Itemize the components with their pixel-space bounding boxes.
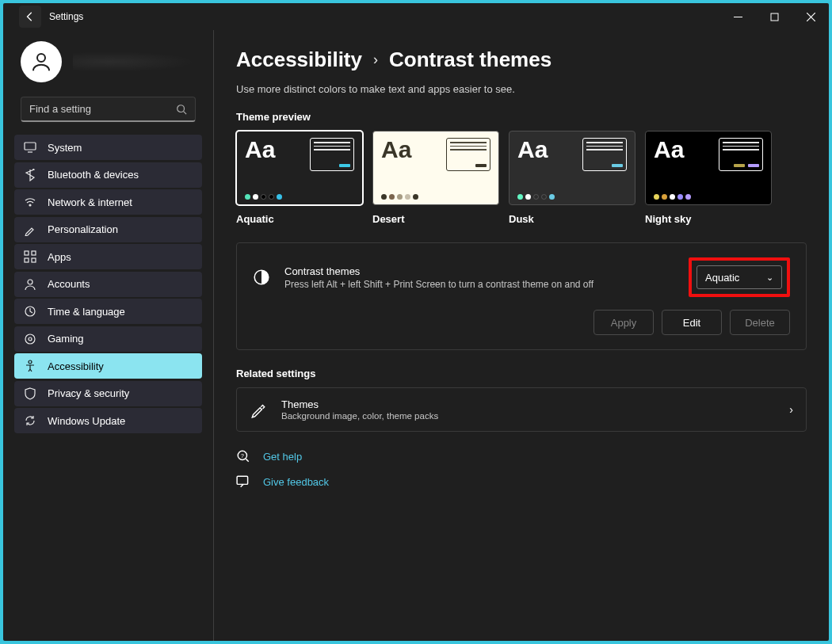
give-feedback-link[interactable]: Give feedback — [236, 474, 807, 489]
sidebar-item-system[interactable]: System — [14, 135, 202, 160]
mini-window-icon — [310, 138, 354, 171]
sidebar-nav: System Bluetooth & devices Network & int… — [3, 131, 213, 433]
themes-link-card[interactable]: Themes Background image, color, theme pa… — [236, 387, 807, 432]
feedback-icon — [236, 474, 250, 489]
maximize-button[interactable] — [756, 3, 792, 30]
back-button[interactable] — [19, 6, 41, 28]
theme-preview-label: Theme preview — [236, 111, 807, 123]
sidebar-item-time[interactable]: Time & language — [14, 299, 202, 324]
sidebar-item-label: Personalization — [48, 223, 118, 235]
delete-button[interactable]: Delete — [730, 310, 790, 335]
svg-rect-13 — [32, 258, 36, 262]
svg-point-16 — [25, 334, 35, 344]
monitor-icon — [24, 141, 36, 154]
sidebar-item-update[interactable]: Windows Update — [14, 408, 202, 433]
svg-rect-12 — [25, 258, 29, 262]
sidebar-item-label: Network & internet — [48, 196, 132, 208]
brush-icon — [24, 223, 36, 236]
preview-text-sample: Aa — [654, 138, 684, 162]
theme-preview-night-sky[interactable]: Aa Night sky — [645, 131, 772, 225]
svg-point-17 — [29, 337, 32, 341]
help-icon: ? — [236, 449, 250, 463]
theme-preview-list: Aa Aquatic Aa Desert — [236, 131, 807, 225]
related-settings-label: Related settings — [236, 368, 807, 379]
titlebar: Settings — [3, 3, 829, 30]
chevron-down-icon: ⌄ — [766, 272, 773, 283]
profile-section[interactable] — [3, 36, 213, 90]
color-dots — [381, 194, 490, 200]
svg-point-18 — [29, 360, 32, 364]
color-dots — [517, 194, 627, 200]
svg-text:?: ? — [241, 453, 244, 459]
sidebar-item-label: Privacy & security — [48, 387, 129, 399]
edit-button[interactable]: Edit — [662, 310, 722, 335]
svg-point-5 — [177, 105, 185, 112]
sidebar-item-label: Bluetooth & devices — [48, 169, 139, 181]
theme-preview-desert[interactable]: Aa Desert — [372, 131, 499, 225]
svg-point-4 — [37, 54, 45, 62]
svg-rect-7 — [25, 143, 36, 150]
breadcrumb-parent[interactable]: Accessibility — [236, 48, 362, 72]
sidebar-item-label: System — [48, 142, 82, 154]
person-icon — [24, 278, 36, 291]
theme-preview-aquatic[interactable]: Aa Aquatic — [236, 131, 363, 225]
theme-name-label: Dusk — [509, 213, 635, 225]
page-subtitle: Use more distinct colors to make text an… — [236, 83, 807, 95]
wifi-icon — [24, 196, 36, 208]
get-help-link[interactable]: ? Get help — [236, 449, 807, 463]
minimize-button[interactable] — [719, 3, 756, 30]
contrast-theme-dropdown[interactable]: Aquatic ⌄ — [697, 265, 782, 289]
sidebar-item-label: Windows Update — [48, 415, 125, 427]
profile-name-redacted — [73, 51, 196, 72]
color-dots — [245, 194, 354, 200]
contrast-description: Press left Alt + left Shift + Print Scre… — [284, 279, 593, 290]
svg-rect-11 — [32, 251, 36, 255]
search-icon — [176, 104, 187, 115]
svg-line-6 — [184, 111, 187, 114]
update-icon — [24, 414, 36, 427]
sidebar-item-personalization[interactable]: Personalization — [14, 217, 202, 242]
shield-icon — [24, 387, 36, 400]
settings-window: Settings Find a setti — [3, 3, 829, 641]
preview-text-sample: Aa — [245, 138, 275, 162]
sidebar-item-gaming[interactable]: Gaming — [14, 326, 202, 352]
search-input[interactable]: Find a setting — [21, 97, 196, 122]
close-button[interactable] — [792, 3, 829, 30]
sidebar-item-privacy[interactable]: Privacy & security — [14, 381, 202, 406]
sidebar-item-apps[interactable]: Apps — [14, 244, 202, 269]
svg-rect-10 — [25, 251, 29, 255]
sidebar-item-label: Accounts — [48, 278, 90, 290]
sidebar-item-label: Gaming — [48, 333, 84, 345]
theme-preview-dusk[interactable]: Aa Dusk — [509, 131, 635, 225]
sidebar-item-label: Apps — [48, 251, 71, 263]
app-title: Settings — [49, 11, 83, 22]
mini-window-icon — [446, 138, 490, 171]
sidebar-item-bluetooth[interactable]: Bluetooth & devices — [14, 162, 202, 188]
preview-text-sample: Aa — [381, 138, 411, 162]
dropdown-value: Aquatic — [705, 272, 739, 284]
mini-window-icon — [582, 138, 627, 171]
bluetooth-icon — [24, 169, 36, 181]
svg-point-9 — [29, 204, 31, 206]
theme-name-label: Aquatic — [236, 213, 363, 225]
sidebar: Find a setting System Bluetooth & device… — [3, 30, 214, 641]
sidebar-item-accounts[interactable]: Accounts — [14, 272, 202, 297]
page-title: Contrast themes — [389, 48, 551, 72]
sidebar-item-network[interactable]: Network & internet — [14, 189, 202, 215]
apply-button[interactable]: Apply — [593, 310, 654, 335]
contrast-themes-card: Contrast themes Press left Alt + left Sh… — [236, 242, 807, 350]
gamepad-icon — [24, 333, 36, 345]
preview-text-sample: Aa — [517, 138, 548, 162]
themes-link-description: Background image, color, theme packs — [281, 411, 438, 421]
sidebar-item-accessibility[interactable]: Accessibility — [14, 353, 202, 379]
breadcrumb: Accessibility › Contrast themes — [236, 48, 807, 72]
theme-name-label: Night sky — [645, 213, 772, 225]
svg-rect-23 — [237, 476, 248, 484]
apps-icon — [24, 250, 36, 263]
chevron-right-icon: › — [789, 403, 793, 416]
brush-icon — [250, 401, 267, 418]
avatar — [21, 41, 62, 82]
clock-icon — [24, 305, 36, 318]
chevron-right-icon: › — [373, 51, 378, 68]
theme-name-label: Desert — [372, 213, 499, 225]
